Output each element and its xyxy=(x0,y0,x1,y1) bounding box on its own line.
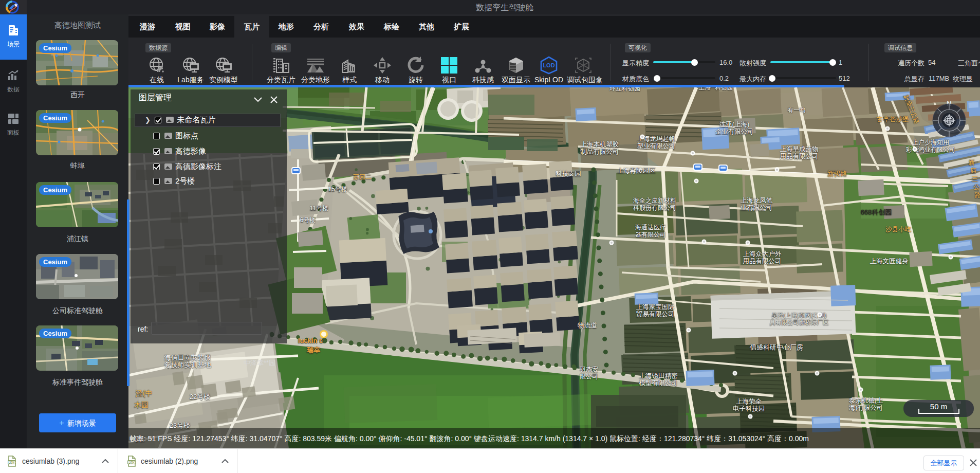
svg-text:LOD: LOD xyxy=(543,62,554,68)
svg-text:上海众大户外: 上海众大户外 xyxy=(743,250,782,258)
svg-text:luckin c: luckin c xyxy=(298,337,323,344)
svg-text:668科创园: 668科创园 xyxy=(861,208,892,216)
svg-text:羽杰宏: 羽杰宏 xyxy=(579,366,598,373)
svg-text:沙县小吃: 沙县小吃 xyxy=(885,226,912,233)
svg-text:制品有限公司: 制品有限公司 xyxy=(581,148,619,155)
svg-text:苏园二: 苏园二 xyxy=(353,173,372,180)
svg-text:新: 新 xyxy=(969,159,975,166)
svg-text:海通达医疗: 海通达医疗 xyxy=(635,224,666,231)
svg-text:15号楼: 15号楼 xyxy=(328,186,347,193)
svg-text:瑞幸: 瑞幸 xyxy=(306,346,320,354)
svg-text:木园: 木园 xyxy=(134,401,149,409)
svg-text:泾(中: 泾(中 xyxy=(135,389,153,397)
svg-text:科技支园: 科技支园 xyxy=(556,170,581,177)
svg-text:PNG: PNG xyxy=(8,461,15,464)
svg-text:PNG: PNG xyxy=(128,461,135,464)
svg-text:路: 路 xyxy=(975,192,980,199)
svg-text:用品有限公司: 用品有限公司 xyxy=(780,153,819,160)
svg-text:上海家宝国际: 上海家宝国际 xyxy=(636,303,675,311)
svg-text:上户少海知用: 上户少海知用 xyxy=(912,139,949,146)
svg-text:中泽幸**园: 中泽幸**园 xyxy=(244,359,275,367)
svg-text:6号楼: 6号楼 xyxy=(300,216,316,224)
svg-text:上海再陵园区: 上海再陵园区 xyxy=(617,167,656,174)
svg-text:公: 公 xyxy=(973,184,980,191)
svg-text:上海荣全: 上海荣全 xyxy=(736,398,762,405)
svg-text:倡盛科研中心厂房: 倡盛科研中心厂房 xyxy=(749,343,803,351)
svg-text:务技师实训基地: 务技师实训基地 xyxy=(164,361,212,369)
svg-text:器有限公司: 器有限公司 xyxy=(635,231,666,238)
svg-text:海全之皮新材料: 海全之皮新材料 xyxy=(633,197,676,204)
svg-text:新骏路: 新骏路 xyxy=(827,170,847,177)
svg-text:企业有限公司: 企业有限公司 xyxy=(715,128,754,135)
svg-text:泰东机械(上: 泰东机械(上 xyxy=(849,397,883,404)
svg-text:电子科技园: 电子科技园 xyxy=(733,405,765,412)
svg-text:具有限公司新桥际厂区: 具有限公司新桥际厂区 xyxy=(770,319,829,326)
svg-text:物流道: 物流道 xyxy=(577,322,597,329)
svg-text:上海本机塑胶: 上海本机塑胶 xyxy=(581,140,619,148)
svg-text:上海早成药物: 上海早成药物 xyxy=(780,145,819,153)
svg-text:用品有限公司: 用品有限公司 xyxy=(743,258,782,265)
svg-text:上海文匠健身: 上海文匠健身 xyxy=(870,258,909,265)
svg-text:古亭爸沙堡: 古亭爸沙堡 xyxy=(877,116,909,123)
svg-text:上海**科创园: 上海**科创园 xyxy=(699,87,733,90)
svg-text:贸易有限公司: 贸易有限公司 xyxy=(636,311,675,318)
svg-text:上海锈田精密: 上海锈田精密 xyxy=(639,372,678,379)
svg-text:三: 三 xyxy=(972,175,978,183)
svg-text:海)有限公司: 海)有限公司 xyxy=(849,404,883,411)
svg-text:海信日立安装服: 海信日立安装服 xyxy=(164,354,211,361)
svg-text:上海龙凤笔: 上海龙凤笔 xyxy=(741,197,773,204)
svg-text:限公司: 限公司 xyxy=(580,373,598,380)
svg-text:22号楼: 22号楼 xyxy=(190,393,210,401)
svg-text:连亚(上海): 连亚(上海) xyxy=(719,121,749,128)
svg-text:科股份有限公司: 科股份有限公司 xyxy=(633,204,676,211)
svg-text:模型有限公司: 模型有限公司 xyxy=(639,379,678,387)
svg-text:塑业有限公司: 塑业有限公司 xyxy=(637,142,676,150)
svg-text:有一鸣: 有一鸣 xyxy=(788,107,806,113)
svg-text:环立科创园: 环立科创园 xyxy=(609,87,640,92)
svg-text:业有限公司: 业有限公司 xyxy=(741,204,773,211)
svg-text:庙: 庙 xyxy=(970,167,977,174)
svg-text:11号楼: 11号楼 xyxy=(310,205,328,212)
